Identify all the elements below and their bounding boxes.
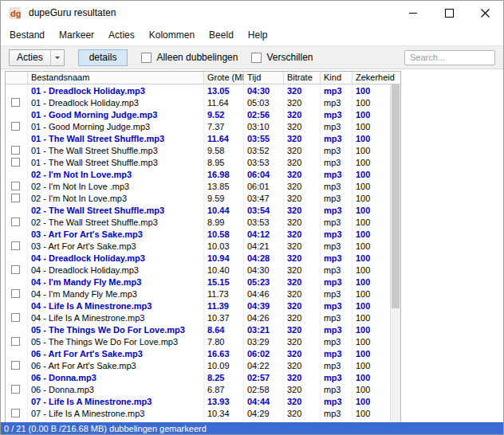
row-checkbox[interactable] xyxy=(11,361,20,370)
window-title: dupeGuru resultaten xyxy=(29,7,116,18)
minimize-button[interactable] xyxy=(396,1,431,25)
table-row[interactable]: 02 - The Wall Street Shuffle.mp3 10.44 0… xyxy=(6,204,390,216)
table-row[interactable]: 07 - Life Is A Minestrone.mp3 13.93 04:4… xyxy=(6,395,390,407)
cell-time: 04:26 xyxy=(244,312,284,323)
column-header-grote[interactable]: Grote (MB xyxy=(204,72,244,84)
cell-kind: mp3 xyxy=(321,228,352,240)
table-row[interactable]: 04 - Dreadlock Holiday.mp3 10.94 04:28 3… xyxy=(6,252,390,264)
table-row[interactable]: 02 - I'm Not In Love .mp3 13.85 06:01 32… xyxy=(6,180,390,192)
cell-size: 11.64 xyxy=(204,132,244,144)
table-row[interactable]: 05 - The Things We Do For Love.mp3 7.80 … xyxy=(6,335,390,347)
row-checkbox[interactable] xyxy=(11,182,20,190)
column-header-bestandsnaam[interactable]: Bestandsnaam xyxy=(28,72,204,84)
differences-checkbox[interactable]: Verschillen xyxy=(251,52,313,63)
table-row[interactable]: 04 - Life Is A Minestrone.mp3 11.39 04:3… xyxy=(6,300,390,312)
table-row[interactable]: 02 - The Wall Street Shuffle.mp3 8.99 03… xyxy=(6,216,390,228)
column-header-kind[interactable]: Kind xyxy=(321,72,352,84)
row-checkbox[interactable] xyxy=(11,158,20,167)
search-input[interactable] xyxy=(404,50,495,65)
table-row[interactable]: 04 - I'm Mandy Fly Me.mp3 15.15 05:23 32… xyxy=(6,276,390,288)
cell-filename: 06 - Donna.mp3 xyxy=(28,371,204,383)
row-checkbox[interactable] xyxy=(11,313,20,322)
row-checkbox[interactable] xyxy=(11,217,20,226)
vertical-scrollbar[interactable] xyxy=(390,84,400,423)
cell-kind: mp3 xyxy=(321,323,352,335)
cell-bitrate: 320 xyxy=(284,347,321,359)
menu-item-help[interactable]: Help xyxy=(241,25,275,45)
cell-certainty: 100 xyxy=(352,312,390,323)
table-row[interactable]: 01 - The Wall Street Shuffle.mp3 9.58 03… xyxy=(6,144,390,156)
cell-kind: mp3 xyxy=(321,407,352,419)
table-row[interactable]: 01 - Dreadlock Holiday.mp3 13.05 04:30 3… xyxy=(6,84,390,96)
cell-size: 7.80 xyxy=(204,335,244,347)
cell-checkbox xyxy=(6,180,28,192)
row-checkbox[interactable] xyxy=(11,409,20,417)
row-checkbox[interactable] xyxy=(11,146,20,155)
table-row[interactable]: 01 - Good Morning Judge.mp3 7.37 03:10 3… xyxy=(6,120,390,132)
cell-checkbox xyxy=(6,323,28,335)
row-checkbox[interactable] xyxy=(11,289,20,298)
table-row[interactable]: 01 - Good Morning Judge.mp3 9.52 02:56 3… xyxy=(6,108,390,120)
menu-item-beeld[interactable]: Beeld xyxy=(202,25,241,45)
table-row[interactable]: 04 - Life Is A Minestrone.mp3 10.37 04:2… xyxy=(6,312,390,323)
menu-item-bestand[interactable]: Bestand xyxy=(2,25,52,45)
row-checkbox[interactable] xyxy=(11,98,20,107)
actions-dropdown[interactable]: Acties xyxy=(9,49,65,66)
cell-checkbox xyxy=(6,108,28,120)
table-row[interactable]: 06 - Donna.mp3 8.25 02:57 320 mp3 100 xyxy=(6,371,390,383)
row-checkbox[interactable] xyxy=(11,241,20,250)
table-row[interactable]: 02 - I'm Not In Love.mp3 9.59 03:47 320 … xyxy=(6,192,390,204)
cell-checkbox xyxy=(6,132,28,144)
table-row[interactable]: 05 - The Things We Do For Love.mp3 8.64 … xyxy=(6,323,390,335)
cell-kind: mp3 xyxy=(321,395,352,407)
table-row[interactable]: 06 - Art For Art's Sake.mp3 16.63 06:02 … xyxy=(6,347,390,359)
row-checkbox[interactable] xyxy=(11,265,20,274)
menu-item-acties[interactable]: Acties xyxy=(101,25,142,45)
cell-kind: mp3 xyxy=(321,264,352,276)
table-row[interactable]: 04 - Dreadlock Holiday.mp3 10.40 04:30 3… xyxy=(6,264,390,276)
cell-time: 04:22 xyxy=(244,359,284,371)
table-row[interactable]: 02 - I'm Not In Love.mp3 16.98 06:04 320… xyxy=(6,168,390,180)
cell-bitrate: 320 xyxy=(284,120,321,132)
cell-filename: 02 - I'm Not In Love.mp3 xyxy=(28,168,204,180)
checkbox-icon xyxy=(141,53,152,63)
cell-kind: mp3 xyxy=(321,144,352,156)
cell-size: 9.59 xyxy=(204,192,244,204)
table-row[interactable]: 07 - Life Is A Minestrone.mp3 10.34 04:2… xyxy=(6,407,390,419)
table-row[interactable]: 04 - I'm Mandy Fly Me.mp3 11.73 04:46 32… xyxy=(6,288,390,300)
table-row[interactable]: 01 - The Wall Street Shuffle.mp3 11.64 0… xyxy=(6,132,390,144)
cell-bitrate: 320 xyxy=(284,252,321,264)
cell-time: 04:29 xyxy=(244,407,284,419)
scrollbar-thumb[interactable] xyxy=(392,84,400,308)
cell-size: 13.93 xyxy=(204,395,244,407)
maximize-button[interactable] xyxy=(431,1,467,25)
row-checkbox[interactable] xyxy=(11,385,20,394)
column-header-zekerheid[interactable]: Zekerheid xyxy=(352,72,400,84)
table-row[interactable]: 01 - Dreadlock Holiday.mp3 11.64 05:03 3… xyxy=(6,96,390,108)
table-row[interactable]: 01 - The Wall Street Shuffle.mp3 8.95 03… xyxy=(6,156,390,168)
only-duplicates-checkbox[interactable]: Alleen dubbelingen xyxy=(141,52,238,63)
cell-bitrate: 320 xyxy=(284,407,321,419)
menu-item-kolommen[interactable]: Kolommen xyxy=(142,25,202,45)
table-row[interactable]: 03 - Art For Art's Sake.mp3 10.58 04:12 … xyxy=(6,228,390,240)
menu-item-markeer[interactable]: Markeer xyxy=(52,25,101,45)
cell-size: 10.09 xyxy=(204,359,244,371)
table-row[interactable]: 06 - Donna.mp3 6.87 02:58 320 mp3 100 xyxy=(6,383,390,395)
column-header-tijd[interactable]: Tijd xyxy=(244,72,284,84)
close-button[interactable] xyxy=(467,1,503,25)
table-row[interactable]: 06 - Art For Art's Sake.mp3 10.09 04:22 … xyxy=(6,359,390,371)
cell-certainty: 100 xyxy=(352,323,390,335)
row-checkbox[interactable] xyxy=(11,337,20,346)
dupeguru-window: dg dupeGuru resultaten Bestand Markeer A… xyxy=(0,0,504,435)
details-button[interactable]: details xyxy=(78,49,128,66)
cell-filename: 01 - The Wall Street Shuffle.mp3 xyxy=(28,156,204,168)
row-checkbox[interactable] xyxy=(11,122,20,131)
cell-checkbox xyxy=(6,276,28,288)
cell-filename: 01 - The Wall Street Shuffle.mp3 xyxy=(28,132,204,144)
table-row[interactable]: 03 - Art For Art's Sake.mp3 10.03 04:21 … xyxy=(6,240,390,252)
row-checkbox[interactable] xyxy=(11,194,20,202)
cell-bitrate: 320 xyxy=(284,192,321,204)
cell-checkbox xyxy=(6,407,28,419)
cell-certainty: 100 xyxy=(352,276,390,288)
column-header-bitrate[interactable]: Bitrate xyxy=(284,72,321,84)
